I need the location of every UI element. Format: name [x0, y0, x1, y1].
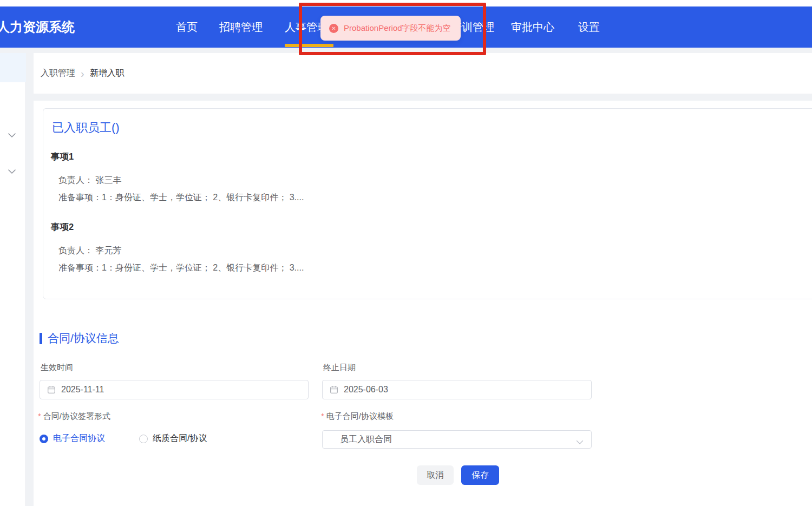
- sign-type-radio-group: 电子合同协议 纸质合同/协议: [40, 433, 207, 444]
- item2-owner: 负责人： 李元芳: [58, 245, 121, 257]
- sign-type-label: *合同/协议签署形式: [38, 411, 110, 422]
- calendar-icon: [330, 385, 338, 394]
- toast-message: ProbationPeriod字段不能为空: [344, 23, 451, 34]
- sign-type-label-text: 合同/协议签署形式: [43, 411, 110, 420]
- nav-item-approval[interactable]: 审批中心: [511, 6, 554, 48]
- effective-date-input[interactable]: 2025-11-11: [40, 380, 309, 399]
- radio-selected-icon: [40, 435, 48, 443]
- template-label-text: 电子合同/协议模板: [326, 411, 394, 420]
- end-date-value: 2025-06-03: [344, 385, 388, 395]
- radio-paper-label: 纸质合同/协议: [153, 433, 207, 444]
- end-date-label: 终止日期: [323, 363, 356, 373]
- error-toast: ✕ ProbationPeriod字段不能为空: [320, 16, 461, 41]
- effective-date-value: 2025-11-11: [61, 385, 104, 395]
- chevron-down-icon[interactable]: [8, 169, 16, 174]
- employee-card: 已入职员工() 事项1 负责人： 张三丰 准备事项：1：身份证、学士，学位证； …: [43, 108, 812, 299]
- template-label: *电子合同/协议模板: [321, 411, 394, 422]
- section-title: 合同/协议信息: [40, 331, 119, 346]
- breadcrumb-separator-icon: ›: [81, 69, 84, 78]
- hr-system-screen: 人力资源系统 首页 招聘管理 人事管理 培训管理 审批中心 设置 ✕ Proba…: [0, 0, 812, 506]
- top-strip: [0, 0, 812, 6]
- calendar-icon: [47, 385, 56, 394]
- item1-owner: 负责人： 张三丰: [58, 175, 121, 186]
- chevron-down-icon[interactable]: [8, 133, 16, 138]
- radio-electronic-contract[interactable]: 电子合同协议: [40, 433, 105, 444]
- cancel-button[interactable]: 取消: [417, 465, 454, 485]
- nav-item-home[interactable]: 首页: [176, 6, 198, 48]
- app-title: 人力资源系统: [0, 6, 75, 48]
- breadcrumb-item-onboarding[interactable]: 入职管理: [41, 68, 75, 79]
- template-select-value: 员工入职合同: [340, 431, 392, 448]
- save-button[interactable]: 保存: [461, 465, 499, 485]
- nav-item-recruitment[interactable]: 招聘管理: [219, 6, 263, 48]
- chevron-down-icon: [576, 437, 584, 447]
- template-select[interactable]: 员工入职合同: [322, 430, 592, 449]
- required-asterisk: *: [321, 411, 324, 420]
- nav-item-settings[interactable]: 设置: [578, 6, 600, 48]
- error-circle-icon: ✕: [329, 24, 338, 33]
- radio-unselected-icon: [139, 435, 148, 443]
- radio-paper-contract[interactable]: 纸质合同/协议: [139, 433, 207, 444]
- card-title: 已入职员工(): [52, 120, 120, 136]
- item1-preparation: 准备事项：1：身份证、学士，学位证； 2、银行卡复印件； 3....: [58, 192, 304, 203]
- breadcrumb: 入职管理 › 新增入职: [34, 53, 812, 94]
- item2-preparation: 准备事项：1：身份证、学士，学位证； 2、银行卡复印件； 3....: [58, 262, 304, 274]
- content-panel: 已入职员工() 事项1 负责人： 张三丰 准备事项：1：身份证、学士，学位证； …: [34, 101, 812, 506]
- section-title-text: 合同/协议信息: [48, 331, 119, 346]
- item1-heading: 事项1: [51, 151, 74, 163]
- sidebar: [0, 53, 26, 506]
- breadcrumb-item-new-onboarding: 新增入职: [90, 68, 125, 79]
- radio-electronic-label: 电子合同协议: [53, 433, 105, 444]
- end-date-input[interactable]: 2025-06-03: [322, 380, 592, 399]
- section-title-bar: [40, 333, 42, 344]
- effective-date-label: 生效时间: [41, 363, 73, 373]
- sidebar-active-item[interactable]: [0, 53, 26, 82]
- item2-heading: 事项2: [51, 221, 74, 233]
- active-tab-underline: [285, 44, 333, 47]
- required-asterisk: *: [38, 411, 41, 420]
